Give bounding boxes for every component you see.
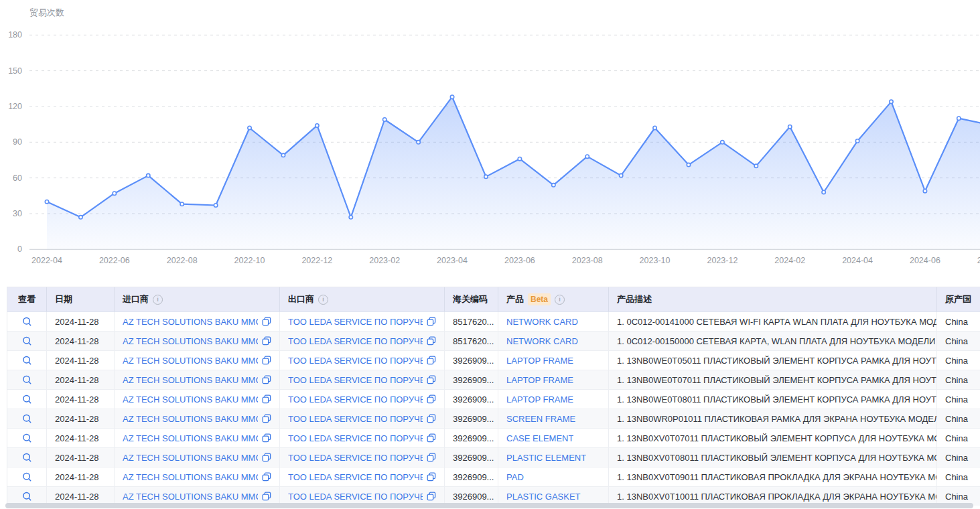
product-link[interactable]: LAPTOP FRAME (506, 394, 573, 405)
data-point-marker[interactable] (383, 118, 387, 121)
data-point-marker[interactable] (923, 189, 926, 192)
data-point-marker[interactable] (890, 100, 893, 103)
info-icon[interactable]: i (318, 295, 328, 305)
exporter-link[interactable]: TOO LEDA SERVICE ПО ПОРУЧЕН... (288, 433, 423, 443)
data-point-marker[interactable] (248, 126, 251, 129)
product-link[interactable]: CASE ELEMENT (506, 433, 573, 443)
exporter-link[interactable]: TOO LEDA SERVICE ПО ПОРУЧЕН... (288, 394, 423, 405)
product-link[interactable]: LAPTOP FRAME (506, 356, 573, 366)
data-point-marker[interactable] (450, 95, 453, 98)
copy-icon[interactable] (262, 317, 271, 326)
product-link[interactable]: NETWORK CARD (506, 336, 578, 346)
search-icon (22, 472, 32, 482)
view-details-button[interactable] (7, 467, 47, 487)
copy-icon[interactable] (262, 472, 271, 482)
exporter-link[interactable]: TOO LEDA SERVICE ПО ПОРУЧЕН... (288, 317, 423, 327)
data-point-marker[interactable] (552, 184, 555, 187)
copy-icon[interactable] (427, 336, 436, 346)
importer-link[interactable]: AZ TECH SOLUTIONS BAKU MMC (123, 394, 258, 405)
copy-icon[interactable] (427, 356, 436, 365)
data-point-marker[interactable] (417, 141, 420, 144)
importer-link[interactable]: AZ TECH SOLUTIONS BAKU MMC (123, 317, 258, 327)
copy-icon[interactable] (427, 453, 436, 462)
importer-link[interactable]: AZ TECH SOLUTIONS BAKU MMC (123, 414, 258, 424)
importer-link[interactable]: AZ TECH SOLUTIONS BAKU MMC (123, 453, 258, 463)
copy-icon[interactable] (262, 433, 271, 443)
view-details-button[interactable] (7, 370, 47, 390)
copy-icon[interactable] (262, 492, 271, 501)
product-link[interactable]: NETWORK CARD (506, 317, 578, 327)
table-body: 2024-11-28AZ TECH SOLUTIONS BAKU MMCTOO … (7, 312, 980, 506)
data-point-marker[interactable] (349, 216, 352, 219)
product-link[interactable]: PAD (506, 472, 524, 482)
view-details-button[interactable] (7, 409, 47, 429)
product-description-value: 1. 13NB0XV0T08011 ПЛАСТИКОВЫЙ ЭЛЕМЕНТ КО… (617, 453, 937, 463)
importer-link[interactable]: AZ TECH SOLUTIONS BAKU MMC (123, 336, 258, 346)
importer-cell: AZ TECH SOLUTIONS BAKU MMC (115, 467, 280, 487)
importer-link[interactable]: AZ TECH SOLUTIONS BAKU MMC (123, 433, 258, 443)
exporter-link[interactable]: TOO LEDA SERVICE ПО ПОРУЧЕН... (288, 336, 423, 346)
table-row: 2024-11-28AZ TECH SOLUTIONS BAKU MMCTOO … (7, 467, 980, 487)
view-details-button[interactable] (7, 448, 47, 467)
copy-icon[interactable] (262, 414, 271, 423)
exporter-cell: TOO LEDA SERVICE ПО ПОРУЧЕН... (280, 467, 445, 487)
copy-icon[interactable] (427, 414, 436, 423)
view-details-button[interactable] (7, 351, 47, 370)
data-point-marker[interactable] (822, 190, 825, 194)
info-icon[interactable]: i (153, 295, 163, 305)
data-point-marker[interactable] (518, 157, 521, 160)
data-point-marker[interactable] (79, 216, 82, 219)
data-point-marker[interactable] (754, 164, 758, 167)
product-link[interactable]: SCREEN FRAME (506, 414, 575, 424)
horizontal-scrollbar[interactable] (5, 503, 973, 508)
data-point-marker[interactable] (687, 163, 690, 166)
data-point-marker[interactable] (653, 126, 656, 129)
view-details-button[interactable] (7, 312, 47, 332)
data-point-marker[interactable] (281, 153, 285, 157)
view-details-button[interactable] (7, 429, 47, 448)
copy-icon[interactable] (262, 375, 271, 384)
data-point-marker[interactable] (855, 139, 859, 143)
copy-icon[interactable] (427, 375, 436, 384)
copy-icon[interactable] (427, 317, 436, 326)
exporter-link[interactable]: TOO LEDA SERVICE ПО ПОРУЧЕН... (288, 375, 423, 385)
importer-link[interactable]: AZ TECH SOLUTIONS BAKU MMC (123, 492, 258, 502)
view-details-button[interactable] (7, 390, 47, 409)
data-point-marker[interactable] (957, 117, 961, 120)
copy-icon[interactable] (427, 492, 436, 501)
importer-link[interactable]: AZ TECH SOLUTIONS BAKU MMC (123, 375, 258, 385)
data-point-marker[interactable] (113, 192, 116, 195)
data-point-marker[interactable] (214, 204, 217, 207)
data-point-marker[interactable] (721, 141, 724, 144)
view-details-button[interactable] (7, 332, 47, 351)
exporter-link[interactable]: TOO LEDA SERVICE ПО ПОРУЧЕН... (288, 356, 423, 366)
data-point-marker[interactable] (585, 155, 589, 158)
exporter-link[interactable]: TOO LEDA SERVICE ПО ПОРУЧЕН... (288, 472, 423, 482)
data-point-marker[interactable] (788, 125, 792, 128)
exporter-link[interactable]: TOO LEDA SERVICE ПО ПОРУЧЕН... (288, 453, 423, 463)
exporter-link[interactable]: TOO LEDA SERVICE ПО ПОРУЧЕН... (288, 492, 423, 502)
data-point-marker[interactable] (316, 124, 319, 127)
data-point-marker[interactable] (484, 175, 488, 178)
copy-icon[interactable] (262, 356, 271, 365)
data-point-marker[interactable] (619, 173, 622, 177)
product-link[interactable]: PLASTIC GASKET (506, 492, 581, 502)
copy-icon[interactable] (262, 336, 271, 346)
copy-icon[interactable] (262, 453, 271, 462)
copy-icon[interactable] (427, 394, 436, 404)
copy-icon[interactable] (262, 394, 271, 404)
product-link[interactable]: LAPTOP FRAME (506, 375, 573, 385)
copy-icon[interactable] (427, 433, 436, 443)
data-point-marker[interactable] (45, 200, 48, 203)
data-point-marker[interactable] (180, 202, 184, 206)
exporter-link[interactable]: TOO LEDA SERVICE ПО ПОРУЧЕН... (288, 414, 423, 424)
data-point-marker[interactable] (147, 173, 150, 177)
hs-code-value: 3926909... (453, 453, 494, 463)
product-link[interactable]: PLASTIC ELEMENT (506, 453, 586, 463)
info-icon[interactable]: i (555, 295, 565, 305)
date-value: 2024-11-28 (55, 433, 99, 443)
importer-link[interactable]: AZ TECH SOLUTIONS BAKU MMC (123, 356, 258, 366)
copy-icon[interactable] (427, 472, 436, 482)
importer-link[interactable]: AZ TECH SOLUTIONS BAKU MMC (123, 472, 258, 482)
date-cell: 2024-11-28 (47, 448, 115, 467)
